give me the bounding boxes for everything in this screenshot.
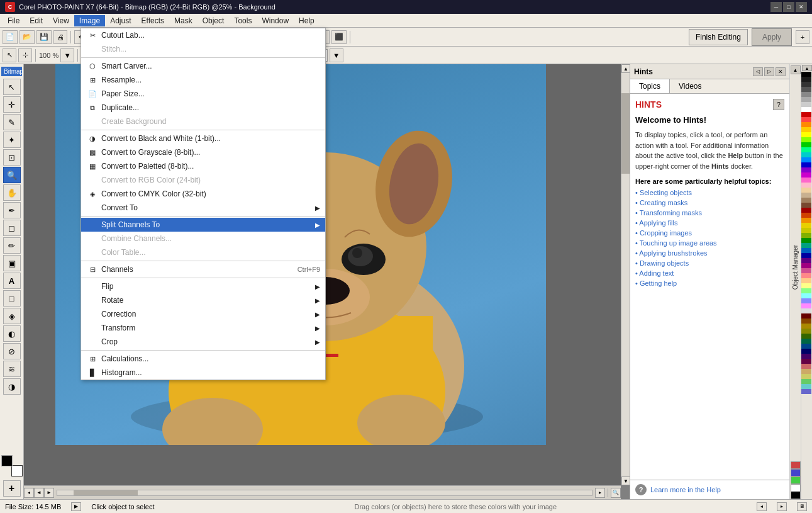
menu-convert-to[interactable]: Convert To ▶ [81, 201, 325, 215]
plus-button[interactable]: + [796, 30, 809, 44]
view-btn5[interactable]: ⬛ [331, 30, 347, 44]
mask-transform-tool[interactable]: ✛ [3, 96, 21, 113]
menu-resample[interactable]: ⊞ Resample... [81, 73, 325, 87]
menu-object[interactable]: Object [197, 15, 230, 26]
palette-color-32[interactable] [801, 233, 811, 238]
palette-color-17[interactable] [801, 157, 811, 162]
palette-color-39[interactable] [801, 268, 811, 273]
palette-color-62[interactable] [801, 384, 811, 389]
menu-crop[interactable]: Crop ▶ [81, 335, 325, 349]
finish-editing-button[interactable]: Finish Editing [689, 29, 748, 45]
hints-pin-btn[interactable]: ◁ [753, 67, 763, 76]
color-swatch-blue[interactable] [791, 469, 801, 476]
palette-color-13[interactable] [801, 137, 811, 142]
palette-color-26[interactable] [801, 203, 811, 208]
palette-color-7[interactable] [801, 107, 811, 112]
status-monitor-btn[interactable]: 🖥 [797, 502, 807, 511]
menu-transform[interactable]: Transform ▶ [81, 321, 325, 335]
tab-topics[interactable]: Topics [630, 79, 670, 93]
palette-color-47[interactable] [801, 308, 811, 313]
palette-color-50[interactable] [801, 324, 811, 329]
palette-color-35[interactable] [801, 248, 811, 253]
palette-color-52[interactable] [801, 334, 811, 339]
next-page[interactable]: ► [44, 488, 54, 498]
link-applying-fills[interactable]: • Applying fills [635, 219, 677, 227]
magic-wand-tool[interactable]: ✦ [3, 132, 21, 148]
menu-mask[interactable]: Mask [169, 15, 197, 26]
color-tool[interactable]: ⊘ [3, 343, 21, 359]
brush-tool[interactable]: ✏ [3, 237, 21, 254]
rect-tool[interactable]: □ [3, 290, 21, 307]
palette-color-29[interactable] [801, 218, 811, 223]
palette-color-30[interactable] [801, 223, 811, 228]
palette-color-59[interactable] [801, 369, 811, 374]
palette-color-14[interactable] [801, 142, 811, 147]
menu-convert-paletted[interactable]: ▦ Convert to Paletted (8-bit)... [81, 159, 325, 173]
palette-color-43[interactable] [801, 288, 811, 293]
palette-color-21[interactable] [801, 178, 811, 183]
menu-help[interactable]: Help [294, 15, 320, 26]
menu-calculations[interactable]: ⊞ Calculations... [81, 352, 325, 366]
prev-page[interactable]: ◄ [34, 488, 44, 498]
add-tool[interactable]: + [3, 480, 21, 497]
palette-color-53[interactable] [801, 339, 811, 344]
link-cropping[interactable]: • Cropping images [635, 229, 692, 237]
palette-color-12[interactable] [801, 132, 811, 137]
palette-color-0[interactable] [801, 72, 811, 77]
minimize-button[interactable]: ─ [770, 2, 782, 12]
hscroll-right[interactable]: ▸ [595, 488, 605, 498]
cursor-tool[interactable]: ↖ [3, 79, 21, 95]
tb2-btn1[interactable]: ↖ [3, 48, 16, 62]
maximize-button[interactable]: □ [783, 2, 794, 12]
freehand-tool[interactable]: ✎ [3, 114, 21, 130]
print-button[interactable]: 🖨 [53, 30, 67, 44]
menu-cutout-lab[interactable]: ✂ Cutout Lab... [81, 28, 325, 42]
palette-color-22[interactable] [801, 183, 811, 188]
palette-color-27[interactable] [801, 208, 811, 213]
vscroll-down[interactable]: ▼ [621, 476, 630, 485]
menu-smart-carver[interactable]: ⬡ Smart Carver... [81, 59, 325, 73]
text-tool[interactable]: A [3, 273, 21, 289]
palette-color-2[interactable] [801, 82, 811, 87]
learn-more-link[interactable]: Learn more in the Help [650, 486, 721, 493]
palette-color-40[interactable] [801, 273, 811, 278]
vscroll-up[interactable]: ▲ [621, 64, 630, 73]
menu-view[interactable]: View [48, 15, 74, 26]
menu-edit[interactable]: Edit [25, 15, 48, 26]
open-button[interactable]: 📂 [19, 30, 35, 44]
hscroll-left[interactable]: ◂ [24, 488, 34, 498]
link-transforming-masks[interactable]: • Transforming masks [635, 209, 702, 217]
dodge-tool[interactable]: ◑ [3, 378, 21, 395]
skew-dropdown2[interactable]: ▼ [330, 48, 343, 62]
palette-color-49[interactable] [801, 319, 811, 324]
palette-color-45[interactable] [801, 298, 811, 303]
shadow-tool[interactable]: ◐ [3, 325, 21, 342]
palette-color-42[interactable] [801, 283, 811, 288]
palette-color-10[interactable] [801, 122, 811, 127]
menu-window[interactable]: Window [257, 15, 294, 26]
palette-color-23[interactable] [801, 188, 811, 193]
palette-color-56[interactable] [801, 354, 811, 359]
eyedropper-tool[interactable]: ✒ [3, 202, 21, 218]
palette-color-9[interactable] [801, 117, 811, 122]
bg-color-swatch[interactable] [11, 465, 23, 476]
color-swatch-green[interactable] [791, 476, 801, 484]
menu-paper-size[interactable]: 📄 Paper Size... [81, 87, 325, 101]
palette-color-34[interactable] [801, 243, 811, 248]
close-button[interactable]: ✕ [796, 2, 807, 12]
menu-correction[interactable]: Correction ▶ [81, 307, 325, 321]
link-brushstrokes[interactable]: • Applying brushstrokes [635, 249, 708, 257]
link-selecting[interactable]: • Selecting objects [635, 189, 692, 196]
palette-color-5[interactable] [801, 97, 811, 102]
palette-color-38[interactable] [801, 263, 811, 268]
object-manager-label[interactable]: Object Manager [792, 76, 799, 459]
palette-color-41[interactable] [801, 278, 811, 283]
apply-button[interactable]: Apply [752, 28, 792, 46]
hints-info-btn[interactable]: ? [773, 99, 784, 110]
menu-convert-gray[interactable]: ▩ Convert to Grayscale (8-bit)... [81, 145, 325, 159]
eraser-tool[interactable]: ◻ [3, 220, 21, 236]
status-nav-left[interactable]: ◂ [757, 502, 767, 511]
palette-color-61[interactable] [801, 379, 811, 384]
menu-duplicate[interactable]: ⧉ Duplicate... [81, 101, 325, 115]
tab-videos[interactable]: Videos [670, 79, 710, 93]
